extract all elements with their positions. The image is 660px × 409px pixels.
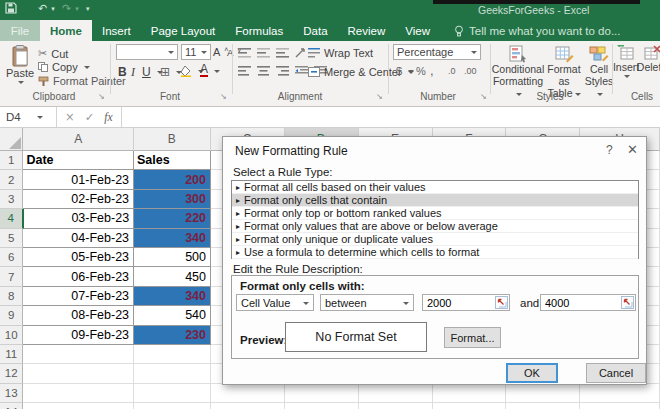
cell-B8[interactable]: 340 xyxy=(134,287,211,306)
operator-dropdown[interactable]: between xyxy=(320,294,414,311)
alignment-dialog-launcher[interactable]: ↘ xyxy=(376,92,383,101)
cell-D14[interactable] xyxy=(285,403,359,409)
cell-A5[interactable]: 04-Feb-23 xyxy=(23,229,134,248)
align-left-icon[interactable] xyxy=(238,66,251,76)
rule-type-option[interactable]: ▸Format only top or bottom ranked values xyxy=(232,207,638,220)
align-middle-icon[interactable] xyxy=(257,48,270,58)
row-header-14[interactable]: 14 xyxy=(0,403,23,409)
wrap-text-button[interactable]: Wrap Text xyxy=(308,47,373,59)
percent-style-button[interactable]: % xyxy=(416,65,426,77)
cell-A10[interactable]: 09-Feb-23 xyxy=(23,326,134,345)
cell-C13[interactable] xyxy=(211,384,285,403)
cell-G13[interactable] xyxy=(506,384,580,403)
close-icon[interactable]: ✕ xyxy=(627,142,638,157)
tab-page-layout[interactable]: Page Layout xyxy=(141,20,226,41)
bold-button[interactable]: B xyxy=(118,65,127,79)
cell-A6[interactable]: 05-Feb-23 xyxy=(23,248,134,267)
cancel-entry-icon[interactable]: × xyxy=(65,110,75,124)
rule-type-option[interactable]: ▸Format only unique or duplicate values xyxy=(232,233,638,246)
select-all-corner[interactable] xyxy=(0,128,23,151)
cell-A7[interactable]: 06-Feb-23 xyxy=(23,267,134,286)
row-header-5[interactable]: 5 xyxy=(0,229,23,248)
cell-D13[interactable] xyxy=(285,384,359,403)
cell-B4[interactable]: 220 xyxy=(134,209,211,228)
tab-view[interactable]: View xyxy=(395,20,440,41)
tab-file[interactable]: File xyxy=(0,20,40,41)
tab-home[interactable]: Home xyxy=(40,20,92,41)
row-header-4[interactable]: 4 xyxy=(0,209,24,228)
undo-button[interactable]: ↶▾ xyxy=(38,2,55,16)
copy-button[interactable]: Copy xyxy=(38,61,90,73)
delete-cells-button[interactable]: Delete xyxy=(640,45,660,73)
save-icon[interactable] xyxy=(5,2,17,14)
tab-formulas[interactable]: Formulas xyxy=(225,20,293,41)
cell-B7[interactable]: 450 xyxy=(134,267,211,286)
comma-style-button[interactable]: , xyxy=(430,63,434,78)
cancel-button[interactable]: Cancel xyxy=(586,363,646,383)
formula-input[interactable] xyxy=(122,107,660,127)
cell-E13[interactable] xyxy=(359,384,433,403)
tab-review[interactable]: Review xyxy=(338,20,396,41)
clipboard-dialog-launcher[interactable]: ↘ xyxy=(98,92,105,101)
font-name-combo[interactable] xyxy=(116,44,178,60)
align-center-icon[interactable] xyxy=(257,66,270,76)
decrease-decimal-button[interactable]: .00 xyxy=(464,66,477,76)
cell-A9[interactable]: 08-Feb-23 xyxy=(23,306,134,325)
cell-A13[interactable] xyxy=(23,384,133,403)
cell-B11[interactable] xyxy=(134,345,211,364)
range-selector-icon[interactable] xyxy=(621,296,634,309)
cell-B5[interactable]: 340 xyxy=(134,229,211,248)
font-dialog-launcher[interactable]: ↘ xyxy=(220,92,227,101)
cell-B12[interactable] xyxy=(134,364,211,383)
redo-button[interactable]: ↷▾ xyxy=(62,2,79,16)
cell-B2[interactable]: 200 xyxy=(134,170,211,189)
tab-data[interactable]: Data xyxy=(293,20,337,41)
cut-button[interactable]: ✂Cut xyxy=(38,47,68,60)
orientation-icon[interactable] xyxy=(295,47,307,58)
row-header-12[interactable]: 12 xyxy=(0,364,23,383)
align-right-icon[interactable] xyxy=(276,66,289,76)
rule-type-option[interactable]: ▸Use a formula to determine which cells … xyxy=(232,246,638,259)
column-header-B[interactable]: B xyxy=(134,128,211,151)
tell-me-box[interactable]: Tell me what you want to do... xyxy=(454,20,621,41)
row-header-1[interactable]: 1 xyxy=(0,151,23,170)
format-painter-button[interactable]: Format Painter xyxy=(38,75,126,87)
row-header-9[interactable]: 9 xyxy=(0,306,23,325)
insert-function-icon[interactable]: fx xyxy=(104,111,112,123)
cell-F14[interactable] xyxy=(433,403,507,409)
column-header-A[interactable]: A xyxy=(23,128,133,151)
cell-A2[interactable]: 01-Feb-23 xyxy=(23,170,134,189)
cell-A8[interactable]: 07-Feb-23 xyxy=(23,287,134,306)
cell-B14[interactable] xyxy=(134,403,211,409)
number-format-combo[interactable]: Percentage xyxy=(393,44,481,60)
row-header-6[interactable]: 6 xyxy=(0,248,23,267)
rule-type-option[interactable]: ▸Format all cells based on their values xyxy=(232,181,638,194)
format-button[interactable]: Format... xyxy=(444,327,501,348)
name-box-dropdown-arrow[interactable] xyxy=(37,116,43,122)
row-header-8[interactable]: 8 xyxy=(0,287,23,306)
font-size-combo[interactable]: 11 xyxy=(181,44,211,60)
cell-B1[interactable]: Sales xyxy=(134,151,211,170)
tab-insert[interactable]: Insert xyxy=(92,20,141,41)
borders-button[interactable]: ⊞ xyxy=(160,65,182,79)
confirm-entry-icon[interactable]: ✓ xyxy=(85,110,95,124)
cell-A4[interactable]: 03-Feb-23 xyxy=(24,209,135,228)
ok-button[interactable]: OK xyxy=(506,363,558,383)
cell-A12[interactable] xyxy=(23,364,133,383)
range-selector-icon[interactable] xyxy=(495,296,508,309)
align-top-icon[interactable] xyxy=(238,48,251,58)
cell-B6[interactable]: 500 xyxy=(134,248,211,267)
name-box[interactable]: D4 xyxy=(0,107,57,127)
row-header-13[interactable]: 13 xyxy=(0,384,23,403)
cell-value-dropdown[interactable]: Cell Value xyxy=(236,294,314,311)
rule-type-option[interactable]: ▸Format only values that are above or be… xyxy=(232,220,638,233)
cell-F13[interactable] xyxy=(433,384,507,403)
cell-A3[interactable]: 02-Feb-23 xyxy=(23,190,134,209)
italic-button[interactable]: I xyxy=(131,65,135,80)
paste-dropdown-arrow[interactable] xyxy=(18,81,24,87)
value1-input[interactable] xyxy=(423,297,495,309)
cell-B10[interactable]: 230 xyxy=(134,326,211,345)
cell-H13[interactable] xyxy=(580,384,660,403)
help-icon[interactable]: ? xyxy=(606,143,613,157)
cell-B9[interactable]: 540 xyxy=(134,306,211,325)
